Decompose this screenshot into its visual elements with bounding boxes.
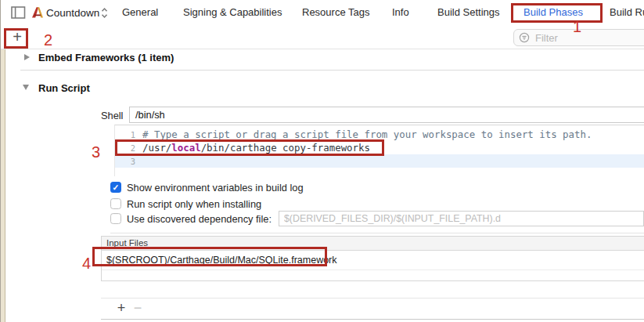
section-bottom-divider [101, 319, 644, 320]
option-dependency-file: Use discovered dependency file: [110, 212, 644, 225]
tab-info[interactable]: Info [392, 0, 409, 25]
dependency-file-field[interactable] [279, 211, 644, 226]
tab-build-rules[interactable]: Build Rules [610, 0, 644, 25]
checkbox-unchecked-icon[interactable] [110, 198, 121, 209]
shell-input[interactable]: /bin/sh [129, 107, 644, 123]
remove-input-file-button[interactable]: − [131, 299, 144, 317]
option-show-env-vars: Show environment variables in build log [110, 181, 644, 194]
option-label: Show environment variables in build log [127, 182, 304, 194]
shell-label: Shell [101, 110, 126, 121]
editor-pane-icon[interactable] [11, 6, 26, 19]
dependency-file-input[interactable] [279, 212, 643, 226]
script-line[interactable]: 2/usr/local/bin/carthage copy-frameworks [115, 141, 644, 154]
filter-icon [519, 32, 530, 43]
input-files-header: Input Files [102, 237, 644, 251]
option-label: Run script only when installing [127, 198, 261, 210]
chevron-updown-icon[interactable] [101, 7, 108, 22]
tab-build-phases[interactable]: Build Phases [523, 0, 583, 25]
options-divider [110, 233, 644, 233]
countdown-app-icon [31, 6, 44, 19]
target-selector[interactable]: Countdown [46, 0, 99, 26]
script-editor[interactable]: 1# Type a script or drag a script file f… [114, 125, 644, 176]
target-tab-bar: Countdown General Signing & Capabilities… [1, 0, 644, 27]
editor-edge-strip [1, 26, 5, 322]
script-comment-text: # Type a script or drag a script file fr… [142, 128, 592, 140]
disclosure-collapsed-icon[interactable] [24, 54, 30, 60]
tab-signing-capabilities[interactable]: Signing & Capabilities [183, 0, 282, 25]
tab-build-settings[interactable]: Build Settings [437, 0, 500, 25]
line-number: 2 [115, 142, 142, 155]
input-files-table: Input Files $(SRCROOT)/Carthage/Build/Ma… [101, 236, 644, 281]
add-build-phase-button[interactable]: + [9, 28, 25, 45]
input-file-row[interactable]: $(SRCROOT)/Carthage/Build/Mac/SQLite.fra… [102, 251, 644, 270]
checkbox-unchecked-icon[interactable] [110, 213, 121, 224]
option-label: Use discovered dependency file: [127, 213, 272, 225]
keyword-token: local [171, 142, 200, 154]
annotation-digit-3: 3 [92, 143, 100, 161]
script-line[interactable]: 1# Type a script or drag a script file f… [115, 128, 644, 141]
disclosure-expanded-icon[interactable] [23, 85, 29, 90]
checkbox-checked-icon[interactable] [110, 182, 121, 193]
xcode-build-phases-screen: Countdown General Signing & Capabilities… [0, 0, 644, 322]
tab-general[interactable]: General [122, 0, 158, 25]
line-number: 3 [115, 155, 142, 168]
script-line-current[interactable]: 3 [115, 154, 644, 168]
add-input-file-button[interactable]: + [115, 299, 128, 317]
run-script-header[interactable]: Run Script [38, 82, 90, 94]
tab-resource-tags[interactable]: Resource Tags [302, 0, 369, 25]
section-divider [20, 70, 644, 71]
table-footer-divider [101, 298, 644, 298]
line-number: 1 [115, 128, 142, 142]
annotation-digit-4: 4 [82, 255, 91, 273]
option-install-only: Run script only when installing [110, 197, 644, 210]
script-code-text: /usr/local/bin/carthage copy-frameworks [142, 142, 370, 154]
filter-input[interactable] [534, 31, 623, 45]
embed-frameworks-header[interactable]: Embed Frameworks (1 item) [38, 52, 174, 63]
filter-field[interactable] [513, 29, 644, 46]
